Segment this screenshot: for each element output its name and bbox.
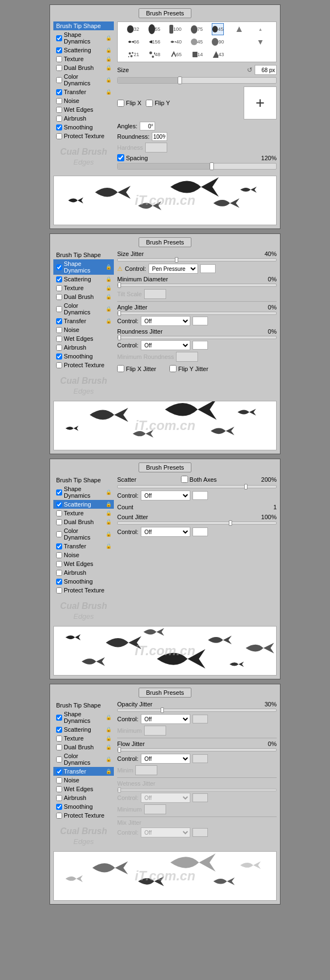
sidebar-item-dual-brush-1[interactable]: Dual Brush 🔒 <box>53 63 114 72</box>
brush-presets-button-2[interactable]: Brush Presets <box>139 237 191 247</box>
color-dynamics-check-2[interactable] <box>56 306 62 312</box>
noise-check-3[interactable] <box>56 552 62 558</box>
brush-presets-button-3[interactable]: Brush Presets <box>139 462 191 472</box>
sidebar-item-protect-texture-3[interactable]: Protect Texture <box>53 586 114 595</box>
texture-check-2[interactable] <box>56 285 62 291</box>
wet-edges-check-4[interactable] <box>56 786 62 792</box>
tip-cell[interactable]: 14 <box>191 48 203 61</box>
sidebar-item-scattering-3[interactable]: Scattering 🔒 <box>53 500 114 509</box>
angle-control-dropdown[interactable]: Off Pen Pressure <box>141 316 190 326</box>
opacity-jitter-slider[interactable] <box>117 709 277 712</box>
size-control-input[interactable] <box>200 264 216 273</box>
sidebar-item-noise-4[interactable]: Noise <box>53 776 114 785</box>
dual-brush-check-4[interactable] <box>56 744 62 750</box>
sidebar-item-transfer-3[interactable]: Transfer 🔒 <box>53 542 114 551</box>
count-jitter-control-dropdown[interactable]: Off Pen Pressure <box>141 527 190 537</box>
sidebar-item-wet-edges-1[interactable]: Wet Edges <box>53 105 114 114</box>
sidebar-item-smoothing-3[interactable]: Smoothing <box>53 577 114 586</box>
protect-texture-check-2[interactable] <box>56 362 62 368</box>
dual-brush-check-1[interactable] <box>56 65 62 71</box>
angle-control-input[interactable] <box>193 317 208 325</box>
sidebar-item-dual-brush-3[interactable]: Dual Brush 🔒 <box>53 518 114 526</box>
noise-check-4[interactable] <box>56 777 62 783</box>
dual-brush-check-2[interactable] <box>56 294 62 300</box>
airbrush-check-2[interactable] <box>56 345 62 351</box>
smoothing-check-2[interactable] <box>56 353 62 360</box>
size-slider[interactable] <box>117 77 277 84</box>
size-input[interactable] <box>255 65 277 75</box>
refresh-icon[interactable]: ↺ <box>247 66 252 74</box>
sidebar-item-transfer-1[interactable]: Transfer 🔒 <box>53 88 114 96</box>
tip-cell[interactable]: 156 <box>148 36 161 48</box>
sidebar-item-protect-texture-2[interactable]: Protect Texture <box>53 361 114 369</box>
flip-y-label[interactable]: Flip Y <box>146 100 170 107</box>
tip-cell[interactable]: 32 <box>127 23 139 35</box>
roundness-control-dropdown[interactable]: Off Pen Pressure <box>141 340 190 350</box>
scatter-control-dropdown[interactable]: Off Pen Pressure <box>141 491 190 500</box>
color-dynamics-check-3[interactable] <box>56 531 62 537</box>
tip-cell[interactable] <box>233 36 245 48</box>
sidebar-item-protect-texture-1[interactable]: Protect Texture <box>53 132 114 140</box>
transfer-check-3[interactable] <box>56 543 62 549</box>
color-dynamics-check-1[interactable] <box>56 77 62 83</box>
spacing-check[interactable] <box>117 154 124 161</box>
sidebar-item-color-dynamics-3[interactable]: Color Dynamics 🔒 <box>53 526 114 542</box>
texture-check-3[interactable] <box>56 510 62 516</box>
tip-cell[interactable] <box>254 48 266 61</box>
tip-cell[interactable] <box>233 23 245 35</box>
brush-presets-button-1[interactable]: Brush Presets <box>139 8 191 18</box>
sidebar-item-dual-brush-4[interactable]: Dual Brush 🔒 <box>53 743 114 752</box>
noise-check-1[interactable] <box>56 98 62 104</box>
sidebar-item-texture-2[interactable]: Texture 🔒 <box>53 284 114 292</box>
sidebar-item-dual-brush-2[interactable]: Dual Brush 🔒 <box>53 292 114 301</box>
flip-x-label[interactable]: Flip X <box>117 100 141 107</box>
tip-cell[interactable]: ▲ <box>254 23 266 35</box>
sidebar-item-noise-1[interactable]: Noise <box>53 96 114 105</box>
sidebar-item-wet-edges-2[interactable]: Wet Edges <box>53 334 114 343</box>
sidebar-item-brush-tip-2[interactable]: Brush Tip Shape <box>53 251 114 259</box>
protect-texture-check-1[interactable] <box>56 133 62 139</box>
sidebar-item-wet-edges-3[interactable]: Wet Edges <box>53 559 114 568</box>
angle-jitter-slider[interactable] <box>117 312 277 315</box>
tip-cell-selected[interactable]: 45 <box>212 23 224 35</box>
sidebar-item-scattering-1[interactable]: Scattering 🔒 <box>53 46 114 55</box>
roundness-jitter-slider[interactable] <box>117 336 277 339</box>
tip-cell[interactable]: 43 <box>212 48 224 61</box>
flow-jitter-slider[interactable] <box>117 748 277 752</box>
sidebar-item-color-dynamics-4[interactable]: Color Dynamics 🔒 <box>53 752 114 767</box>
angle-input[interactable] <box>140 122 155 130</box>
smoothing-check-4[interactable] <box>56 804 62 810</box>
flip-y-jitter-label[interactable]: Flip Y Jitter <box>169 365 208 372</box>
sidebar-item-smoothing-4[interactable]: Smoothing <box>53 802 114 811</box>
texture-check-4[interactable] <box>56 736 62 742</box>
flip-y-check[interactable] <box>146 100 153 107</box>
sidebar-item-brush-tip-shape-1[interactable]: Brush Tip Shape <box>53 21 114 30</box>
tip-cell[interactable] <box>233 48 245 61</box>
protect-texture-check-4[interactable] <box>56 813 62 819</box>
both-axes-checkbox[interactable] <box>181 476 188 483</box>
sidebar-item-texture-1[interactable]: Texture 🔒 <box>53 55 114 63</box>
tip-cell[interactable]: 48 <box>148 48 161 61</box>
tip-cell[interactable]: 40 <box>169 36 182 48</box>
sidebar-item-shape-dynamics-1[interactable]: Shape Dynamics 🔒 <box>53 30 114 46</box>
sidebar-item-smoothing-1[interactable]: Smoothing <box>53 123 114 132</box>
sidebar-item-brush-tip-3[interactable]: Brush Tip Shape <box>53 476 114 484</box>
tip-cell[interactable]: 75 <box>191 23 203 35</box>
sidebar-item-noise-3[interactable]: Noise <box>53 551 114 559</box>
smoothing-check-1[interactable] <box>56 124 62 130</box>
wet-edges-check-2[interactable] <box>56 336 62 342</box>
scattering-check-3[interactable] <box>56 502 62 508</box>
spacing-check-label[interactable]: Spacing <box>117 154 148 161</box>
shape-dynamics-check-2[interactable] <box>56 264 62 270</box>
flip-x-check[interactable] <box>117 100 124 107</box>
sidebar-item-wet-edges-4[interactable]: Wet Edges <box>53 785 114 793</box>
tip-cell[interactable]: 100 <box>169 23 182 35</box>
dual-brush-check-3[interactable] <box>56 519 62 525</box>
sidebar-item-airbrush-2[interactable]: Airbrush <box>53 343 114 352</box>
flip-x-jitter-check[interactable] <box>117 365 124 372</box>
wet-edges-check-3[interactable] <box>56 561 62 567</box>
sidebar-item-shape-dynamics-2[interactable]: Shape Dynamics 🔒 <box>53 259 114 275</box>
tip-cell[interactable]: 66 <box>127 36 139 48</box>
scattering-check-4[interactable] <box>56 727 62 733</box>
sidebar-item-scattering-4[interactable]: Scattering 🔒 <box>53 725 114 734</box>
